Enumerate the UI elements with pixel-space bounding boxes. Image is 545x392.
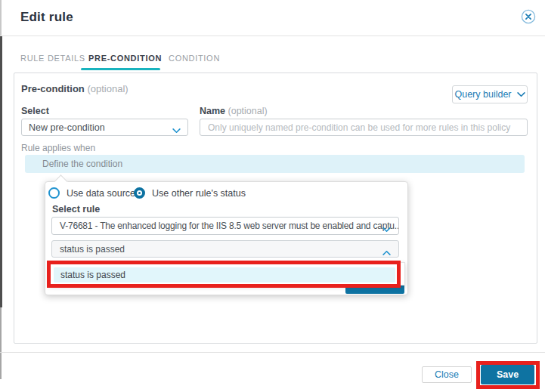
radio-selected-icon [134,187,145,199]
save-button[interactable]: Save [481,365,534,384]
condition-popup: Use data source Use other rule's status … [45,181,408,295]
status-select-value: status is passed [60,244,125,255]
edit-rule-dialog: Edit rule RULE DETAILS PRE-CONDITION CON… [0,0,545,392]
page-edge-line [0,0,2,35]
tab-pre-condition[interactable]: PRE-CONDITION [88,54,162,63]
header-divider [0,35,545,36]
query-builder-label: Query builder [454,89,511,100]
precondition-heading-optional: (optional) [87,83,128,94]
footer-divider [0,352,545,353]
query-builder-button[interactable]: Query builder [452,85,528,103]
page-edge-line [0,35,2,307]
chevron-down-icon [517,89,525,100]
page-edge-line [0,307,2,379]
rule-select-value: V-76681 - The enhanced logging for the I… [60,221,399,231]
active-tab-underline [81,68,160,70]
status-option-row[interactable]: status is passed [54,267,395,282]
status-option-list: status is passed [49,262,405,286]
rule-applies-when-label: Rule applies when [21,143,95,153]
tab-rule-details[interactable]: RULE DETAILS [20,54,85,63]
dialog-title: Edit rule [20,10,73,25]
circled-x-close-icon [521,15,536,26]
status-select-dropdown[interactable]: status is passed [51,240,399,258]
name-label-optional: (optional) [228,106,268,116]
precondition-select-dropdown[interactable]: New pre-condition [21,119,188,136]
chevron-up-icon [382,247,391,258]
radio-use-other-rule-status[interactable]: Use other rule's status [134,187,246,199]
precondition-heading-text: Pre-condition [21,83,85,94]
precondition-heading: Pre-condition (optional) [21,83,129,94]
dialog-close-button[interactable] [520,9,537,26]
chevron-down-icon [382,224,391,235]
select-field-label: Select [21,106,49,116]
radio-unselected-icon [48,187,60,199]
precondition-select-value: New pre-condition [29,122,105,133]
close-button[interactable]: Close [422,366,472,383]
radio-use-data-source[interactable]: Use data source [48,187,135,199]
name-label-text: Name [200,106,225,116]
radio-use-other-rule-status-label: Use other rule's status [152,188,246,199]
tab-condition[interactable]: CONDITION [169,54,220,63]
name-field-label: Name (optional) [200,106,268,116]
name-input[interactable] [200,119,528,136]
rule-select-dropdown[interactable]: V-76681 - The enhanced logging for the I… [51,217,399,235]
radio-use-data-source-label: Use data source [67,188,135,199]
chevron-down-icon [172,125,181,136]
select-rule-label: Select rule [52,204,100,215]
define-condition-row[interactable]: Define the condition [25,155,525,173]
